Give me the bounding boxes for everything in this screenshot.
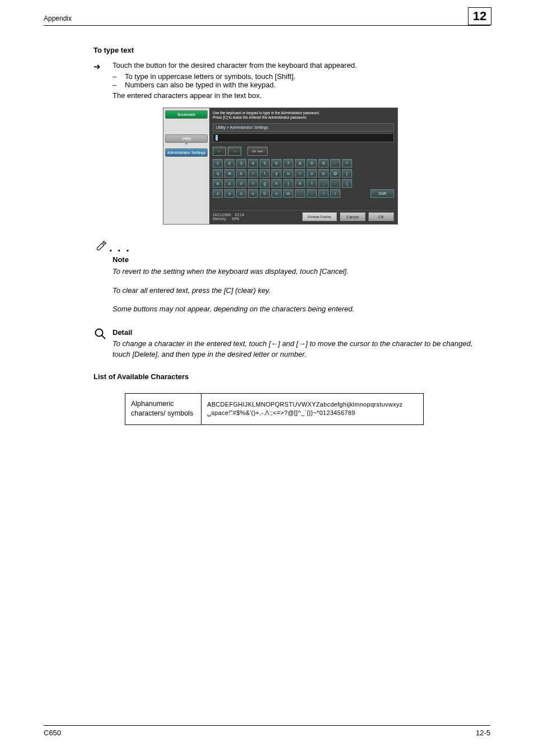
pen-icon [96,239,108,251]
ok-button[interactable]: OK [368,212,394,221]
key[interactable]: w [224,169,235,178]
key[interactable]: h [271,179,282,188]
password-input[interactable] [213,133,394,142]
key-row-1: 1 2 3 4 5 6 7 8 9 0 - ^ [213,159,394,167]
key[interactable]: 2 [224,159,235,167]
chapter-number: 12 [473,9,486,24]
key[interactable]: q [213,169,223,178]
key[interactable]: / [318,189,329,198]
key[interactable]: 6 [271,159,282,167]
key-row-4: z x c v b n m , . / \ Shift [213,189,394,198]
key[interactable]: o [307,169,317,178]
key[interactable]: 5 [260,159,270,167]
dash-item-2: – Numbers can also be typed in with the … [113,81,490,89]
key[interactable]: [ [342,169,352,178]
delete-button[interactable]: De- lete [247,147,268,156]
chars-line1: ABCDEFGHIJKLMNOPQRSTUVWXYZabcdefghijklmn… [207,401,402,408]
key[interactable]: 7 [283,159,293,167]
key[interactable]: 8 [295,159,305,167]
shift-button[interactable]: Shift [371,189,394,198]
key[interactable]: ^ [342,159,352,167]
note-p3: Some buttons may not appear, depending o… [113,304,490,315]
key-row-3: a s d f g h j k l ; : ] [213,179,394,188]
key[interactable]: u [283,169,293,178]
key[interactable]: : [330,179,340,188]
chapter-number-box: 12 [468,7,491,25]
arrow-right-button[interactable]: → [228,147,241,156]
key[interactable]: n [271,189,282,198]
key[interactable]: . [307,189,317,198]
key[interactable]: z [213,189,223,198]
enlarge-display-button[interactable]: Enlarge Display [302,212,337,221]
cancel-button[interactable]: Cancel [340,212,366,221]
footer-mem-val: 99% [232,217,239,221]
key[interactable]: p [318,169,329,178]
key[interactable]: b [260,189,270,198]
keyboard-footer: 14/11/2006 02:14 Memory 99% Enlarge Disp… [213,210,394,221]
list-heading: List of Available Characters [93,372,490,381]
key[interactable]: ] [342,179,352,188]
keyboard-footer-left: 14/11/2006 02:14 Memory 99% [213,213,299,222]
key[interactable]: t [260,169,270,178]
key[interactable]: 0 [318,159,329,167]
kb-msg-2: Press [C] to erase the entered the Admin… [213,115,307,119]
chevron-down-icon [184,142,189,145]
note-label: Note [113,255,490,264]
note-block: . . . Note To revert to the setting when… [93,241,490,315]
key[interactable]: k [295,179,305,188]
key[interactable]: m [283,189,293,198]
sub-list: – To type in uppercase letters or symbol… [113,72,490,100]
key[interactable]: , [295,189,305,198]
svg-point-0 [96,329,103,336]
header-appendix: Appendix [44,15,72,22]
key[interactable]: - [330,159,340,167]
breadcrumb: Utility > Administrator Settings [213,123,394,132]
key[interactable]: d [236,179,246,188]
dash-item-1: – To type in uppercase letters or symbol… [113,72,490,81]
key[interactable]: s [224,179,235,188]
key[interactable]: 4 [248,159,258,167]
admin-settings-tab[interactable]: Administrator Settings [165,148,208,157]
keyboard-message: Use the keyboard or keypad to type in th… [213,111,394,120]
key[interactable]: g [260,179,270,188]
footer-date: 14/11/2006 [213,213,231,217]
footer-rule [44,725,490,726]
key[interactable]: 1 [213,159,223,167]
utility-tab[interactable]: Utility [165,134,208,143]
dash-icon: – [113,72,125,81]
key[interactable]: v [248,189,258,198]
key[interactable]: i [295,169,305,178]
key[interactable]: r [248,169,258,178]
instruction-text: Touch the button for the desired charact… [113,61,357,69]
bookmark-tab[interactable]: Bookmark [165,110,208,119]
key[interactable]: y [271,169,282,178]
header-rule [44,25,490,26]
arrow-left-button[interactable]: ← [213,147,226,156]
detail-label: Detail [113,328,490,337]
svg-line-1 [102,335,105,339]
note-p2: To clear all entered text, press the [C]… [113,285,490,296]
key[interactable]: e [236,169,246,178]
key[interactable]: l [307,179,317,188]
arrow-icon: ➔ [93,61,113,72]
keyboard-controls: ← → De- lete [213,147,394,156]
key[interactable]: f [248,179,258,188]
key[interactable]: j [283,179,293,188]
key-row-2: q w e r t y u i o p @ [ [213,169,394,178]
key[interactable]: \ [330,189,340,198]
table-row: Alphanumeric characters/ symbols ABCDEFG… [125,393,424,424]
dash-icon: – [113,81,125,89]
key[interactable]: c [236,189,246,198]
page: Appendix 12 To type text ➔ Touch the but… [0,0,534,756]
key[interactable]: 3 [236,159,246,167]
key[interactable]: ; [318,179,329,188]
key[interactable]: @ [330,169,340,178]
keyboard-screenshot: Bookmark Utility Administrator Settings … [163,108,398,225]
footer-mem-label: Memory [213,217,226,221]
keyboard-sidebar: Bookmark Utility Administrator Settings [163,108,209,225]
key[interactable]: a [213,179,223,188]
detail-body: To change a character in the entered tex… [113,339,490,360]
key[interactable]: x [224,189,235,198]
key[interactable]: 9 [307,159,317,167]
magnifier-icon [93,327,107,340]
